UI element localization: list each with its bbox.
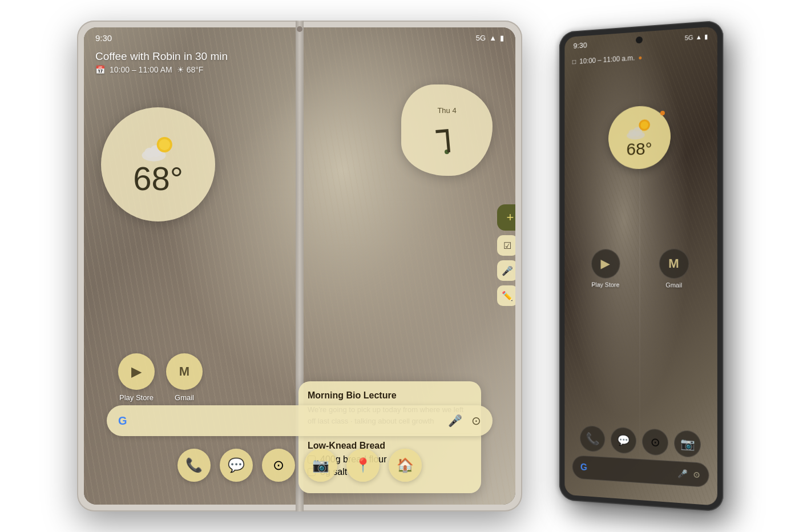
dock-maps[interactable]: 📍 xyxy=(346,449,380,482)
fold-battery: ▮ xyxy=(500,34,504,42)
mic-icon: 🎤 xyxy=(502,265,513,276)
closed-dock-chrome[interactable]: ⊙ xyxy=(642,428,668,456)
fold-app-gmail[interactable]: M Gmail xyxy=(166,353,203,402)
play-store-label: Play Store xyxy=(119,393,154,402)
clock-time-display: ┐ xyxy=(434,114,459,148)
fold-signal-bars: ▲ xyxy=(489,34,497,42)
closed-dock-camera[interactable]: 📷 xyxy=(674,430,701,458)
closed-app-gmail[interactable]: M Gmail xyxy=(643,248,705,288)
dock-camera[interactable]: 📷 xyxy=(304,449,337,482)
closed-calendar-icon: □ xyxy=(572,58,576,66)
closed-event-dot: ● xyxy=(638,54,642,62)
fold-status-bar: 9:30 5G ▲ ▮ xyxy=(84,27,515,48)
check-icon: ☑ xyxy=(503,240,511,251)
search-action-icons: 🎤 ⊙ xyxy=(448,414,481,428)
plus-icon: + xyxy=(507,210,514,225)
closed-app-play-store[interactable]: ▶ Play Store xyxy=(575,249,636,288)
fold-time: 9:30 xyxy=(95,33,112,43)
closed-play-store-label: Play Store xyxy=(591,281,619,288)
fold-closed-signal: 5G xyxy=(685,34,693,41)
fold-closed-battery: ▮ xyxy=(704,33,708,41)
closed-google-logo: G xyxy=(580,462,587,473)
fold-closed-signal-bars: ▲ xyxy=(696,33,702,41)
dock-phone[interactable]: 📞 xyxy=(177,449,211,482)
maps-icon: 📍 xyxy=(354,457,372,473)
fold-signal: 5G xyxy=(476,34,486,42)
closed-search-icons: 🎤 ⊙ xyxy=(677,469,700,479)
notes-add-button[interactable]: + xyxy=(497,204,515,231)
fold-event-weather: ☀ 68°F xyxy=(177,65,204,74)
calendar-icon: 📅 xyxy=(95,65,105,74)
gmail-label: Gmail xyxy=(175,393,194,402)
closed-sun-icon xyxy=(625,117,653,141)
closed-phone-icon: 📞 xyxy=(586,432,599,446)
fold-apps-row: ▶ Play Store M Gmail xyxy=(118,353,203,402)
closed-search-spacer xyxy=(591,468,678,474)
notes-mic-button[interactable]: 🎤 xyxy=(497,260,515,281)
closed-lens-icon[interactable]: ⊙ xyxy=(693,470,700,479)
edit-icon: ✏️ xyxy=(502,291,513,301)
fold-app-play-store[interactable]: ▶ Play Store xyxy=(118,353,155,402)
notes-side-actions: + ☑ 🎤 ✏️ xyxy=(497,204,515,306)
closed-play-store-icon: ▶ xyxy=(591,249,620,279)
closed-gmail-icon: M xyxy=(659,249,689,279)
gmail-icon: M xyxy=(179,364,189,379)
fold-weather-temp: 68° xyxy=(133,162,183,195)
scene: 9:30 5G ▲ ▮ Coffee with Robin in 30 min … xyxy=(77,21,722,511)
closed-mic-icon[interactable]: 🎤 xyxy=(677,469,687,478)
note-1-title: Morning Bio Lecture xyxy=(308,390,472,401)
fold-closed-device: 9:30 5G ▲ ▮ □ 10:00 – 11:00 a.m. ● xyxy=(556,26,722,506)
fold-search-bar[interactable]: G 🎤 ⊙ xyxy=(107,405,493,436)
fold-event-title: Coffee with Robin in 30 min xyxy=(95,50,504,63)
fold-closed-weather-temp: 68° xyxy=(627,140,652,158)
messages-icon: 💬 xyxy=(228,457,245,473)
phone-icon: 📞 xyxy=(185,457,203,473)
fold-open-device: 9:30 5G ▲ ▮ Coffee with Robin in 30 min … xyxy=(77,21,522,511)
dock-messages[interactable]: 💬 xyxy=(220,449,253,482)
fold-dock: 📞 💬 ⊙ 📷 📍 🏠 xyxy=(177,449,422,482)
fold-event-time: 10:00 – 11:00 AM xyxy=(110,65,172,74)
svg-point-4 xyxy=(159,139,171,151)
closed-dock-phone[interactable]: 📞 xyxy=(580,425,605,453)
home-icon: 🏠 xyxy=(397,457,414,473)
closed-play-store-glyph: ▶ xyxy=(600,256,610,271)
fold-closed-apps: ▶ Play Store M Gmail xyxy=(575,248,705,288)
fold-calendar-bar: Coffee with Robin in 30 min 📅 10:00 – 11… xyxy=(95,50,504,74)
fold-event-detail: 📅 10:00 – 11:00 AM ☀ 68°F xyxy=(95,65,504,74)
fold-status-icons: 5G ▲ ▮ xyxy=(476,34,504,42)
google-logo: G xyxy=(118,414,127,428)
dock-chrome[interactable]: ⊙ xyxy=(262,449,295,482)
fold-closed-status-icons: 5G ▲ ▮ xyxy=(685,33,708,42)
dock-home[interactable]: 🏠 xyxy=(389,449,422,482)
closed-gmail-label: Gmail xyxy=(665,281,682,288)
gmail-icon-circle: M xyxy=(166,353,203,390)
chrome-icon: ⊙ xyxy=(273,457,284,473)
search-mic-icon[interactable]: 🎤 xyxy=(448,414,462,428)
sun-icon xyxy=(141,134,175,162)
fold-closed-time: 9:30 xyxy=(574,41,587,50)
search-lens-icon[interactable]: ⊙ xyxy=(471,414,481,428)
notes-edit-button[interactable]: ✏️ xyxy=(497,285,515,306)
fold-clock-widget[interactable]: Thu 4 ┐ xyxy=(401,84,493,176)
closed-messages-icon: 💬 xyxy=(618,434,630,447)
play-store-icon: ▶ xyxy=(131,364,142,380)
notes-check-button[interactable]: ☑ xyxy=(497,235,515,256)
play-store-icon-circle: ▶ xyxy=(118,353,155,390)
camera-icon: 📷 xyxy=(312,457,329,473)
closed-camera-icon: 📷 xyxy=(680,437,695,452)
closed-dock-messages[interactable]: 💬 xyxy=(611,427,636,454)
closed-chrome-icon: ⊙ xyxy=(650,435,660,449)
closed-gmail-glyph: M xyxy=(668,256,679,271)
fold-weather-widget[interactable]: 68° xyxy=(101,107,215,221)
